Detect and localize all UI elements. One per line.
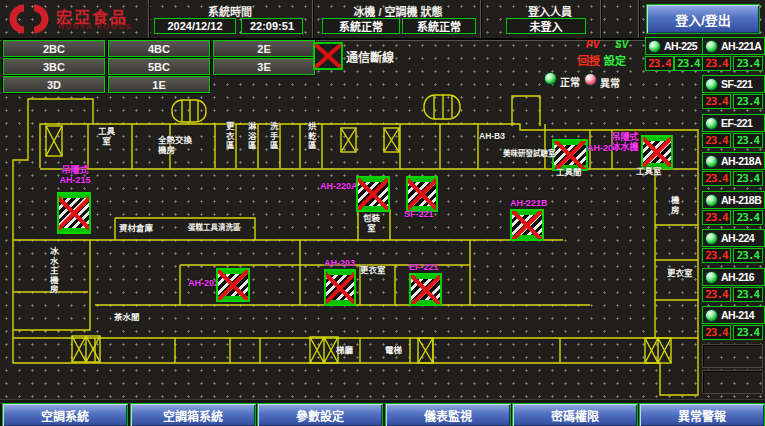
sv-value: 23.4 [733,248,763,263]
floor-button-1e[interactable]: 1E [108,76,210,93]
room-label: 包裝 室 [363,213,380,233]
floor-button-3bc[interactable]: 3BC [3,58,105,75]
nav-button-password[interactable]: 密碼權限 [512,403,638,426]
abnormal-lamp-icon [584,73,597,86]
floor-button-5bc[interactable]: 5BC [108,58,210,75]
abnormal-label: 異常 [600,75,620,90]
empty-panel-slot [702,370,763,394]
equipment-sf-221[interactable]: SF-221 [702,75,765,93]
equipment-ah-218a[interactable]: AH-218A [702,152,765,170]
ahu-icon-ah-215[interactable] [57,192,91,234]
ahu-icon-ah-203[interactable] [324,269,356,306]
pv-value: 23.4 [702,171,731,186]
pv-label: PV [586,39,599,50]
status-lamp-icon [705,194,718,207]
equipment-ah-214[interactable]: AH-214 [702,306,765,324]
sv-value: 23.4 [733,210,763,225]
room-label: 美味研發試驗室 [503,149,556,158]
equipment-ef-221[interactable]: EF-221 [702,114,765,132]
room-label: 工具室 [636,166,662,176]
ahu-icon-chiller[interactable] [641,135,673,169]
status-lamp-icon [705,40,718,53]
room-label: 機 房 [671,195,680,215]
floor-button-2bc[interactable]: 2BC [3,40,105,57]
divider [480,0,482,38]
room-label: 工具間 [556,167,582,177]
hunya-logo-icon [6,2,52,36]
floor-button-3d[interactable]: 3D [3,76,105,93]
floor-button-2e[interactable]: 2E [213,40,315,57]
ahu-icon-sf-221[interactable] [406,176,438,212]
map-unit-label: 吊隱式 冰水機 [610,133,640,153]
room-label: 蛋糕工具清洗區 [188,223,241,232]
sv-value: 23.4 [733,94,763,109]
map-unit-label: AH-220A [320,182,358,192]
pv-value: 23.4 [702,133,731,148]
room-label: 更衣室 [360,265,386,275]
equipment-ah-224[interactable]: AH-224 [702,229,765,247]
floor-button-3e[interactable]: 3E [213,58,315,75]
pv-value: 23.4 [702,248,731,263]
normal-lamp-icon [544,72,557,85]
ahu-icon-ah-221b[interactable] [510,209,544,241]
room-label: 茶水間 [114,312,140,322]
feedback-label: 回授 [578,52,600,68]
nav-button-ac-system[interactable]: 空調系統 [2,403,128,426]
ahu-icon-ah-220a[interactable] [356,176,390,212]
time-display: 22:09:51 [241,18,303,34]
equipment-ah-221a[interactable]: AH-221A [702,37,765,55]
room-label: AH-B3 [479,131,505,141]
header-bar: 宏亞食品 HUNYA FOODS 系統時間 2024/12/12 22:09:5… [0,0,765,40]
map-unit-label: AH-221B [510,199,548,209]
map-unit-label: EF-221 [409,263,439,273]
brand-subtitle: HUNYA FOODS [58,22,133,31]
system-time-label: 系統時間 [155,3,305,19]
room-label: 洗手區 [268,122,278,151]
ahu-icon-ah-202[interactable] [216,268,250,302]
comm-fail-icon [313,42,343,70]
map-unit-label: AH-203 [324,259,355,269]
status-lamp-icon [705,117,718,130]
status-lamp-icon [648,40,661,53]
status-lamp-icon [705,309,718,322]
pv-value: 23.4 [702,287,731,302]
footer-bar: 空調系統 空調箱系統 參數設定 儀表監視 密碼權限 異常警報 [0,399,765,426]
sv-value: 23.4 [733,287,763,302]
ahu-icon-ef-221[interactable] [409,273,442,306]
sv-value: 23.4 [733,56,763,71]
sv-value: 23.4 [674,56,703,71]
room-label: 資材倉庫 [119,223,153,233]
login-person-label: 登入人員 [502,3,598,19]
sv-label: SV [615,39,628,50]
nav-button-ahu-system[interactable]: 空調箱系統 [130,403,256,426]
pv-value: 23.4 [702,56,731,71]
room-label: 更衣區 [224,122,234,151]
status-lamp-icon [705,155,718,168]
sv-value: 23.4 [733,171,763,186]
divider [600,0,602,38]
equipment-ah-225[interactable]: AH-225 [645,37,703,55]
divider [148,0,150,38]
room-label: 淋浴區 [246,122,256,151]
equipment-ah-216[interactable]: AH-216 [702,268,765,286]
empty-panel-slot [702,344,763,368]
status-lamp-icon [705,78,718,91]
room-label: 冰水主機房 [48,247,58,295]
room-label: 工具 室 [98,126,115,146]
divider [638,0,640,38]
room-label: 電梯 [385,345,402,355]
room-label: 烘乾區 [306,122,316,151]
hmi-screen: 吊隱式 AH-215 AH-220A SF-221 AH-204 吊隱式 冰水機… [0,0,765,426]
map-unit-label: SF-221 [404,210,434,220]
login-logout-button[interactable]: 登入/登出 [646,4,760,34]
nav-button-meters[interactable]: 儀表監視 [385,403,511,426]
ac-status-display: 系統正常 [402,18,476,34]
nav-button-parameters[interactable]: 參數設定 [257,403,383,426]
equipment-ah-218b[interactable]: AH-218B [702,191,765,209]
nav-button-alarms[interactable]: 異常警報 [639,403,765,426]
room-label: 梯廳 [336,345,353,355]
floor-button-4bc[interactable]: 4BC [108,40,210,57]
setpoint-label: 設定 [604,52,626,68]
login-state-display: 未登入 [506,18,586,34]
pv-value: 23.4 [702,210,731,225]
